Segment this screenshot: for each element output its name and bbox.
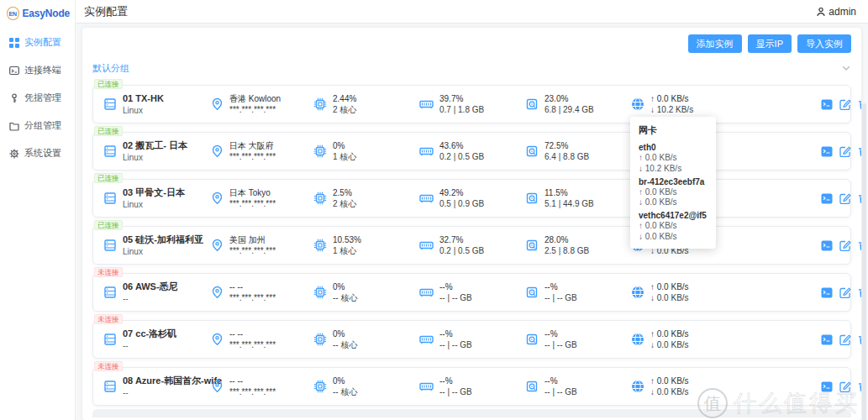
net-cell: ↑ 0.0 KB/s↓ 0.0 KB/s (631, 281, 739, 304)
cpu-cores: 2 核心 (333, 104, 356, 116)
user-menu[interactable]: admin (816, 6, 856, 18)
terminal-icon (9, 66, 19, 76)
disk-icon (525, 286, 539, 299)
instance-card[interactable]: 08 Azure-韩国首尔-wife-- -- --***.***.***.**… (92, 367, 851, 406)
instance-card[interactable]: 02 搬瓦工- 日本Linux 日本 大阪府***.***.***.*** 0%… (92, 132, 851, 171)
instance-card[interactable]: 03 甲骨文-日本Linux 日本 Tokyo***.***.***.*** 2… (92, 179, 851, 218)
location-cell: 日本 大阪府***.***.***.*** (211, 140, 313, 163)
status-badge: 已连接 (94, 126, 123, 136)
instance-actions (739, 381, 861, 392)
cpu-icon (313, 144, 327, 158)
delete-action-icon[interactable] (858, 146, 861, 157)
nic-entry: eth0↑ 0.0 KB/s↓ 10.2 KB/s (639, 143, 708, 174)
edit-action-icon[interactable] (839, 240, 851, 251)
status-badge: 已连接 (94, 79, 123, 89)
memory-usage: 32.7% (439, 234, 484, 246)
disk-detail: -- | -- GB (544, 292, 577, 304)
key-icon (9, 93, 19, 103)
instance-row: 已连接 03 甲骨文-日本Linux 日本 Tokyo***.***.***.*… (92, 173, 851, 218)
instance-os: -- (123, 293, 178, 305)
instance-name-cell: 03 甲骨文-日本Linux (103, 186, 211, 210)
instance-row: 已连接 05 硅沃-加利福利亚Linux 美国 加州***.***.***.**… (92, 220, 851, 265)
delete-action-icon[interactable] (858, 240, 861, 251)
cpu-cores: -- 核心 (333, 386, 357, 398)
terminal-action-icon[interactable] (821, 287, 833, 298)
instance-location: -- -- (229, 328, 276, 340)
memory-cell: 32.7%0.2 | 0.5 GB (419, 234, 525, 257)
location-pin-icon (211, 380, 224, 393)
disk-icon (525, 144, 539, 158)
grid-icon (9, 38, 19, 48)
edit-action-icon[interactable] (839, 334, 851, 345)
instance-name: 05 硅沃-加利福利亚 (123, 234, 203, 246)
memory-detail: -- | -- GB (439, 292, 472, 304)
memory-icon (419, 98, 434, 111)
edit-action-icon[interactable] (839, 99, 851, 110)
instance-row: 未连接 07 cc-洛杉矶-- -- --***.***.***.*** 0%-… (92, 314, 851, 359)
edit-action-icon[interactable] (839, 381, 851, 392)
instance-row: 已连接 01 TX-HKLinux 香港 Kowloon***.***.***.… (92, 79, 851, 123)
sidebar-item-terminal[interactable]: 连接终端 (0, 56, 75, 84)
terminal-action-icon[interactable] (821, 193, 833, 204)
edit-action-icon[interactable] (839, 287, 851, 298)
delete-action-icon[interactable] (858, 381, 861, 392)
instance-card[interactable]: 06 AWS-悉尼-- -- --***.***.***.*** 0%-- 核心… (92, 273, 851, 312)
sidebar-item-settings[interactable]: 系统设置 (0, 139, 75, 167)
instances-panel: 添加实例 显示IP 导入实例 默认分组 已连接 01 TX-HKLinux (82, 28, 861, 420)
group-name[interactable]: 默认分组 (92, 62, 129, 75)
location-cell: 香港 Kowloon***.***.***.*** (211, 93, 313, 116)
instance-card[interactable]: 01 TX-HKLinux 香港 Kowloon***.***.***.*** … (92, 85, 851, 123)
delete-action-icon[interactable] (858, 193, 861, 204)
memory-icon (419, 145, 434, 158)
disk-icon (525, 380, 539, 393)
terminal-action-icon[interactable] (821, 99, 833, 110)
instance-actions (739, 287, 861, 298)
disk-detail: -- | -- GB (544, 386, 577, 398)
instance-name-cell: 08 Azure-韩国首尔-wife-- (103, 375, 211, 398)
net-cell: ↑ 0.0 KB/s↓ 0.0 KB/s (631, 328, 739, 351)
terminal-action-icon[interactable] (821, 334, 833, 345)
logo[interactable]: EN EasyNode (0, 0, 75, 29)
chevron-down-icon[interactable] (841, 63, 851, 73)
cpu-usage: 2.5% (333, 187, 356, 199)
scrollbar[interactable] (862, 103, 866, 420)
delete-action-icon[interactable] (858, 287, 861, 298)
cpu-cell: 0%-- 核心 (313, 281, 419, 304)
location-pin-icon (211, 192, 224, 205)
sidebar: EN EasyNode 实例配置 连接终端 凭据管理 分组管理 系统设置 (0, 0, 76, 420)
memory-detail: 0.5 | 0.9 GB (439, 198, 484, 210)
delete-action-icon[interactable] (858, 334, 861, 345)
username: admin (829, 6, 856, 18)
instance-card[interactable]: 05 硅沃-加利福利亚Linux 美国 加州***.***.***.*** 10… (92, 226, 851, 265)
memory-icon (419, 286, 434, 299)
disk-usage: --% (544, 281, 577, 293)
memory-usage: 43.6% (439, 140, 484, 152)
disk-usage: 11.5% (544, 187, 594, 199)
memory-usage: --% (439, 328, 472, 340)
instance-ip: ***.***.***.*** (229, 151, 276, 163)
disk-detail: -- | -- GB (544, 339, 577, 351)
delete-action-icon[interactable] (858, 99, 861, 110)
terminal-action-icon[interactable] (821, 381, 833, 392)
edit-action-icon[interactable] (839, 146, 851, 157)
disk-detail: 6.4 | 8.8 GB (544, 151, 589, 163)
show-ip-button[interactable]: 显示IP (748, 34, 792, 53)
sidebar-item-groups[interactable]: 分组管理 (0, 112, 75, 139)
add-instance-button[interactable]: 添加实例 (688, 34, 742, 53)
cpu-cell: 0%1 核心 (313, 140, 419, 163)
disk-usage: 23.0% (544, 93, 594, 105)
cpu-cores: -- 核心 (333, 292, 357, 304)
instance-ip: ***.***.***.*** (229, 245, 276, 257)
sidebar-item-instance-config[interactable]: 实例配置 (0, 29, 75, 56)
memory-cell: 43.6%0.2 | 0.5 GB (419, 140, 525, 163)
net-cell: ↑ 0.0 KB/s↓ 10.2 KB/s (631, 93, 739, 116)
import-instance-button[interactable]: 导入实例 (797, 34, 851, 53)
terminal-action-icon[interactable] (821, 146, 833, 157)
location-pin-icon (211, 286, 224, 299)
terminal-action-icon[interactable] (821, 240, 833, 251)
instance-card[interactable]: 07 cc-洛杉矶-- -- --***.***.***.*** 0%-- 核心… (92, 320, 851, 359)
sidebar-item-credentials[interactable]: 凭据管理 (0, 84, 75, 112)
instance-actions (739, 99, 861, 110)
edit-action-icon[interactable] (839, 193, 851, 204)
disk-detail: 5.1 | 44.9 GB (544, 198, 594, 210)
